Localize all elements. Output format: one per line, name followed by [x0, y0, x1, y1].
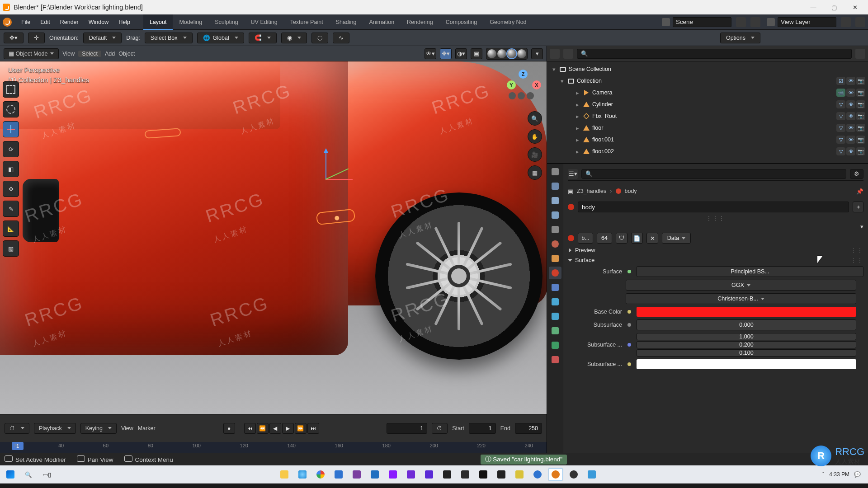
annotate-tool[interactable]: ✎	[3, 201, 19, 217]
xray-toggle-icon[interactable]: ▣	[471, 48, 482, 59]
outliner-scene-collection[interactable]: ▾ Scene Collection	[547, 63, 868, 75]
material-specials-menu[interactable]: ▾	[860, 223, 863, 230]
minimize-button[interactable]: —	[803, 1, 824, 14]
subsurface-radius-x[interactable]: 1.000	[637, 333, 856, 340]
workspace-tab-texture[interactable]: Texture Paint	[284, 14, 330, 30]
material-users[interactable]: 64	[597, 233, 612, 244]
constraint-props-tab[interactable]	[549, 324, 561, 337]
render-props-tab[interactable]	[549, 180, 561, 192]
play-reverse-button[interactable]: ◀	[269, 423, 281, 434]
menu-edit[interactable]: Edit	[35, 14, 55, 30]
clock[interactable]: 4:33 PM	[829, 471, 849, 478]
workspace-tab-modeling[interactable]: Modeling	[173, 14, 208, 30]
output-props-tab[interactable]	[549, 194, 561, 207]
data-icon[interactable]: ▽	[836, 112, 845, 120]
workspace-tab-layout[interactable]: Layout	[143, 14, 173, 30]
render-icon[interactable]: 📷	[856, 147, 865, 155]
viewport-menu-object[interactable]: Object	[118, 51, 135, 57]
subsurface-field[interactable]: 0.000	[637, 319, 856, 330]
orientation-dropdown[interactable]: Default	[83, 33, 122, 43]
keying-menu[interactable]: Keying	[80, 423, 117, 434]
proportional-edit-dropdown[interactable]: ◉	[281, 33, 307, 43]
render-icon[interactable]: 📷	[856, 112, 865, 120]
outliner-collection[interactable]: ▾ Collection ☑ 👁 📷	[547, 75, 868, 87]
outliner-item[interactable]: ▸ Cylinder ▽ 👁 📷	[547, 99, 868, 110]
timeline-editor-type[interactable]: ⏱	[5, 423, 29, 434]
3d-viewport[interactable]: RRCG人人素材 RRCG人人素材 RRCG人人素材 RRCG人人素材 RRCG…	[0, 61, 547, 414]
menu-file[interactable]: File	[16, 14, 35, 30]
timeline-marker-menu[interactable]: Marker	[138, 425, 156, 432]
data-icon[interactable]: ▽	[836, 100, 845, 108]
maximize-button[interactable]: ▢	[824, 1, 844, 14]
measure-tool[interactable]: 📐	[3, 221, 19, 237]
outliner-funnel-icon[interactable]	[855, 49, 865, 59]
jump-start-button[interactable]: ⏮	[244, 423, 256, 434]
subsurface-radius-z[interactable]: 0.100	[637, 349, 856, 357]
data-icon[interactable]: ▽	[836, 136, 845, 144]
taskbar-app[interactable]	[403, 468, 419, 481]
camera-view-icon[interactable]: 🎥	[528, 147, 542, 162]
render-icon[interactable]: 📷	[856, 89, 865, 97]
workspace-tab-geometry[interactable]: Geometry Nod	[483, 14, 533, 30]
outliner-item[interactable]: ▸ Fbx_Root ▽ 👁 📷	[547, 110, 868, 122]
properties-options-icon[interactable]: ⚙	[850, 169, 863, 179]
add-material-button[interactable]: ＋	[853, 202, 863, 212]
tray-chevron-icon[interactable]: ˄	[822, 471, 825, 478]
render-icon[interactable]: 📷	[856, 100, 865, 108]
outliner-filter-icon[interactable]	[563, 49, 573, 59]
taskbar-app[interactable]	[295, 468, 310, 481]
data-props-tab[interactable]	[549, 339, 561, 352]
transform-gizmo[interactable]	[326, 179, 326, 179]
workspace-tab-uv[interactable]: UV Editing	[245, 14, 284, 30]
particle-props-tab[interactable]	[549, 296, 561, 308]
snap-dropdown[interactable]: 🧲	[249, 33, 277, 43]
data-icon[interactable]: ▽	[836, 147, 845, 155]
menu-render[interactable]: Render	[55, 14, 84, 30]
workspace-tab-rendering[interactable]: Rendering	[401, 14, 439, 30]
playback-menu[interactable]: Playback	[34, 423, 76, 434]
unlink-material-icon[interactable]: ✕	[646, 233, 658, 244]
pin-icon[interactable]: 📌	[856, 188, 863, 195]
overlay-toggle-icon[interactable]: ◑▾	[455, 48, 467, 59]
shading-modes[interactable]	[486, 48, 528, 60]
jump-end-button[interactable]: ⏭	[307, 423, 319, 434]
select-box-tool[interactable]	[3, 81, 19, 98]
scene-selector[interactable]	[662, 17, 760, 27]
collection-check-icon[interactable]: ☑	[836, 77, 845, 85]
texture-props-tab[interactable]	[549, 353, 561, 366]
current-frame-field[interactable]: 1	[387, 423, 427, 434]
physics-props-tab[interactable]	[549, 310, 561, 323]
blender-menu-icon[interactable]	[3, 18, 12, 27]
tool-props-tab[interactable]	[549, 165, 561, 178]
perspective-toggle-icon[interactable]: ▦	[528, 165, 542, 180]
rendered-shading-icon[interactable]	[517, 49, 526, 58]
orbit-nav-gizmo[interactable]: Z Y X	[505, 70, 541, 106]
scene-delete-button[interactable]	[750, 17, 760, 27]
taskbar-app[interactable]	[421, 468, 437, 481]
material-shading-icon[interactable]	[507, 49, 516, 58]
taskbar-app[interactable]	[530, 468, 545, 481]
preview-section-header[interactable]: Preview ⋮⋮	[568, 247, 863, 253]
viewlayer-selector[interactable]	[767, 17, 865, 27]
viewlayer-input[interactable]	[778, 17, 836, 27]
cursor-tool[interactable]	[3, 101, 19, 117]
subsurface-method-dropdown[interactable]: Christensen-B...	[626, 293, 856, 304]
data-icon[interactable]: 📹	[836, 89, 845, 97]
collapse-all-icon[interactable]: ☰▾	[569, 170, 577, 177]
taskbar-app[interactable]	[385, 468, 401, 481]
gizmo-select-icon[interactable]: ✥▾	[4, 33, 24, 43]
taskbar-app[interactable]	[476, 468, 491, 481]
material-link-dropdown[interactable]: Data	[662, 233, 691, 244]
eye-icon[interactable]: 👁	[846, 112, 855, 120]
pan-icon[interactable]: ✋	[528, 129, 542, 144]
taskbar-app[interactable]	[458, 468, 473, 481]
subsurface-radius-y[interactable]: 0.200	[637, 341, 856, 348]
workspace-tab-sculpting[interactable]: Sculpting	[208, 14, 244, 30]
wireframe-shading-icon[interactable]	[487, 49, 496, 58]
duplicate-material-icon[interactable]: 📄	[631, 233, 643, 244]
viewlayer-delete-button[interactable]	[855, 17, 865, 27]
autokey-toggle[interactable]: ●	[223, 423, 235, 434]
menu-window[interactable]: Window	[84, 14, 113, 30]
render-icon[interactable]: 📷	[856, 124, 865, 132]
material-name-field[interactable]	[578, 202, 849, 212]
